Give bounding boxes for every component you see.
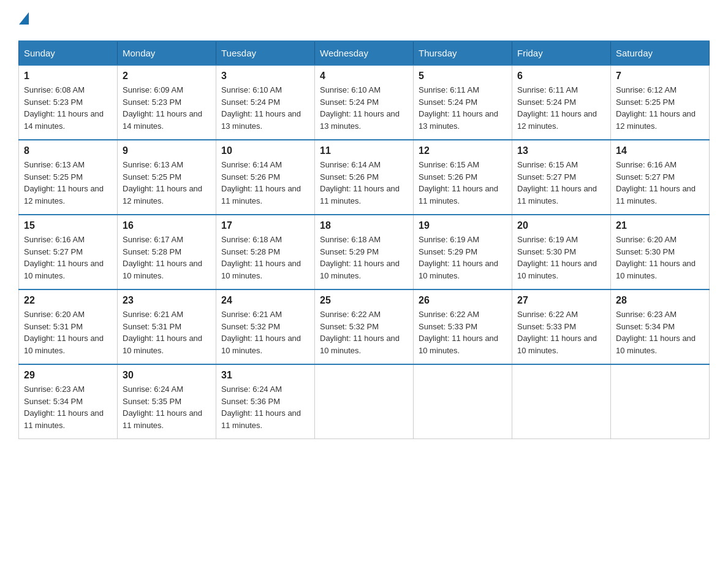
calendar-cell: 5 Sunrise: 6:11 AM Sunset: 5:24 PM Dayli…: [414, 65, 512, 140]
day-number: 9: [123, 145, 211, 156]
day-info: Sunrise: 6:18 AM Sunset: 5:28 PM Dayligh…: [221, 234, 309, 282]
calendar-cell: [512, 364, 611, 439]
day-info: Sunrise: 6:16 AM Sunset: 5:27 PM Dayligh…: [616, 159, 704, 207]
day-number: 5: [419, 71, 507, 82]
day-info: Sunrise: 6:20 AM Sunset: 5:31 PM Dayligh…: [24, 308, 112, 356]
day-number: 22: [24, 295, 112, 306]
calendar-cell: 9 Sunrise: 6:13 AM Sunset: 5:25 PM Dayli…: [118, 140, 216, 215]
logo: [18, 12, 29, 28]
calendar-cell: [315, 364, 414, 439]
calendar-cell: 11 Sunrise: 6:14 AM Sunset: 5:26 PM Dayl…: [315, 140, 414, 215]
day-info: Sunrise: 6:13 AM Sunset: 5:25 PM Dayligh…: [123, 159, 211, 207]
day-number: 29: [24, 370, 112, 381]
page-header: [18, 12, 710, 28]
calendar-cell: [611, 364, 710, 439]
day-number: 12: [419, 145, 507, 156]
day-info: Sunrise: 6:22 AM Sunset: 5:33 PM Dayligh…: [419, 308, 507, 356]
day-number: 24: [221, 295, 309, 306]
day-info: Sunrise: 6:23 AM Sunset: 5:34 PM Dayligh…: [616, 308, 704, 356]
day-info: Sunrise: 6:11 AM Sunset: 5:24 PM Dayligh…: [517, 84, 605, 132]
calendar-cell: 19 Sunrise: 6:19 AM Sunset: 5:29 PM Dayl…: [414, 215, 512, 289]
calendar-cell: 6 Sunrise: 6:11 AM Sunset: 5:24 PM Dayli…: [512, 65, 611, 140]
day-info: Sunrise: 6:24 AM Sunset: 5:35 PM Dayligh…: [123, 383, 211, 431]
calendar-cell: 2 Sunrise: 6:09 AM Sunset: 5:23 PM Dayli…: [118, 65, 216, 140]
calendar-cell: 24 Sunrise: 6:21 AM Sunset: 5:32 PM Dayl…: [216, 289, 315, 364]
day-info: Sunrise: 6:15 AM Sunset: 5:26 PM Dayligh…: [419, 159, 507, 207]
day-info: Sunrise: 6:23 AM Sunset: 5:34 PM Dayligh…: [24, 383, 112, 431]
calendar-cell: 28 Sunrise: 6:23 AM Sunset: 5:34 PM Dayl…: [611, 289, 710, 364]
day-info: Sunrise: 6:09 AM Sunset: 5:23 PM Dayligh…: [123, 84, 211, 132]
column-header-sunday: Sunday: [19, 41, 118, 65]
day-number: 26: [419, 295, 507, 306]
day-info: Sunrise: 6:19 AM Sunset: 5:30 PM Dayligh…: [517, 234, 605, 282]
column-header-friday: Friday: [512, 41, 611, 65]
calendar-cell: 30 Sunrise: 6:24 AM Sunset: 5:35 PM Dayl…: [118, 364, 216, 439]
calendar-cell: 25 Sunrise: 6:22 AM Sunset: 5:32 PM Dayl…: [315, 289, 414, 364]
calendar-cell: 14 Sunrise: 6:16 AM Sunset: 5:27 PM Dayl…: [611, 140, 710, 215]
day-number: 23: [123, 295, 211, 306]
day-info: Sunrise: 6:12 AM Sunset: 5:25 PM Dayligh…: [616, 84, 704, 132]
calendar-cell: 20 Sunrise: 6:19 AM Sunset: 5:30 PM Dayl…: [512, 215, 611, 289]
day-number: 16: [123, 220, 211, 231]
day-info: Sunrise: 6:18 AM Sunset: 5:29 PM Dayligh…: [320, 234, 408, 282]
column-header-monday: Monday: [118, 41, 216, 65]
day-number: 14: [616, 145, 704, 156]
day-number: 13: [517, 145, 605, 156]
calendar-cell: 26 Sunrise: 6:22 AM Sunset: 5:33 PM Dayl…: [414, 289, 512, 364]
day-number: 21: [616, 220, 704, 231]
day-number: 30: [123, 370, 211, 381]
column-header-thursday: Thursday: [414, 41, 512, 65]
calendar-header-row: SundayMondayTuesdayWednesdayThursdayFrid…: [19, 41, 710, 65]
calendar-cell: 4 Sunrise: 6:10 AM Sunset: 5:24 PM Dayli…: [315, 65, 414, 140]
day-info: Sunrise: 6:21 AM Sunset: 5:32 PM Dayligh…: [221, 308, 309, 356]
day-number: 3: [221, 71, 309, 82]
svg-marker-0: [19, 12, 29, 25]
day-number: 6: [517, 71, 605, 82]
day-info: Sunrise: 6:19 AM Sunset: 5:29 PM Dayligh…: [419, 234, 507, 282]
day-info: Sunrise: 6:22 AM Sunset: 5:33 PM Dayligh…: [517, 308, 605, 356]
day-number: 27: [517, 295, 605, 306]
day-number: 2: [123, 71, 211, 82]
calendar-cell: 12 Sunrise: 6:15 AM Sunset: 5:26 PM Dayl…: [414, 140, 512, 215]
day-info: Sunrise: 6:14 AM Sunset: 5:26 PM Dayligh…: [221, 159, 309, 207]
day-number: 11: [320, 145, 408, 156]
calendar-cell: 10 Sunrise: 6:14 AM Sunset: 5:26 PM Dayl…: [216, 140, 315, 215]
calendar-week-1: 1 Sunrise: 6:08 AM Sunset: 5:23 PM Dayli…: [19, 65, 710, 140]
column-header-saturday: Saturday: [611, 41, 710, 65]
calendar-cell: 23 Sunrise: 6:21 AM Sunset: 5:31 PM Dayl…: [118, 289, 216, 364]
day-info: Sunrise: 6:11 AM Sunset: 5:24 PM Dayligh…: [419, 84, 507, 132]
day-info: Sunrise: 6:13 AM Sunset: 5:25 PM Dayligh…: [24, 159, 112, 207]
day-number: 18: [320, 220, 408, 231]
calendar-cell: 13 Sunrise: 6:15 AM Sunset: 5:27 PM Dayl…: [512, 140, 611, 215]
day-number: 20: [517, 220, 605, 231]
day-number: 19: [419, 220, 507, 231]
calendar-cell: 15 Sunrise: 6:16 AM Sunset: 5:27 PM Dayl…: [19, 215, 118, 289]
day-number: 25: [320, 295, 408, 306]
calendar-cell: 1 Sunrise: 6:08 AM Sunset: 5:23 PM Dayli…: [19, 65, 118, 140]
day-info: Sunrise: 6:08 AM Sunset: 5:23 PM Dayligh…: [24, 84, 112, 132]
calendar-cell: [414, 364, 512, 439]
day-info: Sunrise: 6:14 AM Sunset: 5:26 PM Dayligh…: [320, 159, 408, 207]
calendar-week-5: 29 Sunrise: 6:23 AM Sunset: 5:34 PM Dayl…: [19, 364, 710, 439]
calendar-cell: 16 Sunrise: 6:17 AM Sunset: 5:28 PM Dayl…: [118, 215, 216, 289]
day-number: 4: [320, 71, 408, 82]
calendar-cell: 27 Sunrise: 6:22 AM Sunset: 5:33 PM Dayl…: [512, 289, 611, 364]
day-info: Sunrise: 6:16 AM Sunset: 5:27 PM Dayligh…: [24, 234, 112, 282]
day-number: 10: [221, 145, 309, 156]
day-info: Sunrise: 6:22 AM Sunset: 5:32 PM Dayligh…: [320, 308, 408, 356]
calendar-week-2: 8 Sunrise: 6:13 AM Sunset: 5:25 PM Dayli…: [19, 140, 710, 215]
day-number: 17: [221, 220, 309, 231]
calendar-cell: 8 Sunrise: 6:13 AM Sunset: 5:25 PM Dayli…: [19, 140, 118, 215]
calendar-cell: 18 Sunrise: 6:18 AM Sunset: 5:29 PM Dayl…: [315, 215, 414, 289]
day-number: 1: [24, 71, 112, 82]
calendar-cell: 22 Sunrise: 6:20 AM Sunset: 5:31 PM Dayl…: [19, 289, 118, 364]
calendar-table: SundayMondayTuesdayWednesdayThursdayFrid…: [18, 40, 710, 439]
day-info: Sunrise: 6:15 AM Sunset: 5:27 PM Dayligh…: [517, 159, 605, 207]
column-header-wednesday: Wednesday: [315, 41, 414, 65]
day-number: 31: [221, 370, 309, 381]
day-number: 28: [616, 295, 704, 306]
calendar-week-3: 15 Sunrise: 6:16 AM Sunset: 5:27 PM Dayl…: [19, 215, 710, 289]
column-header-tuesday: Tuesday: [216, 41, 315, 65]
day-info: Sunrise: 6:17 AM Sunset: 5:28 PM Dayligh…: [123, 234, 211, 282]
day-info: Sunrise: 6:20 AM Sunset: 5:30 PM Dayligh…: [616, 234, 704, 282]
